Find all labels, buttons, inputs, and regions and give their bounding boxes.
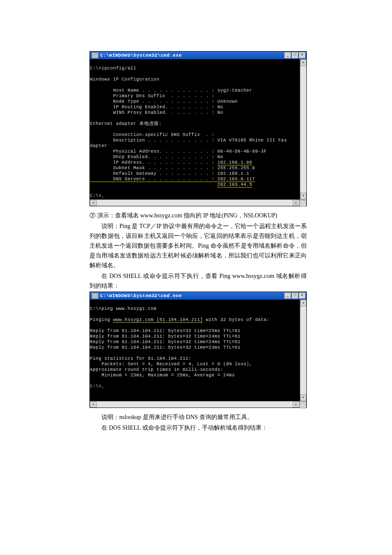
- cmd-line: Pinging www.hssygz.com [61.184.104.211] …: [90, 317, 270, 323]
- paragraph: 说明：Ping 是 TCP／IP 协议中最有用的命令之一，它给一个远程主机发送一…: [89, 221, 307, 270]
- vertical-scrollbar[interactable]: ▴ ▾: [300, 59, 306, 199]
- cmd-line: DNS Servers . . . . . . . . . . . : 202.…: [90, 176, 255, 182]
- maximize-button[interactable]: □: [291, 292, 298, 299]
- cmd-titlebar: C:\WINDOWS\System32\cmd.exe _ □ ×: [90, 52, 306, 59]
- window-controls: _ □ ×: [284, 292, 306, 299]
- cmd-line: Host Name . . . . . . . . . . . . : sygz…: [90, 88, 252, 93]
- cmd-line: Reply from 61.184.104.211: bytes=32 time…: [90, 328, 241, 333]
- cmd-line: dapter: [90, 143, 107, 148]
- cmd-line: Packets: Sent = 4, Received = 4, Lost = …: [90, 361, 252, 367]
- cmd-line: C:\>_: [90, 384, 104, 389]
- cmd-line: Ethernet adapter 本地连接:: [90, 121, 161, 126]
- cmd-titlebar: C:\WINDOWS\System32\cmd.exe _ □ ×: [90, 292, 306, 300]
- cmd-line: Physical Address. . . . . . . . . : 00-4…: [90, 149, 267, 154]
- cmd-line: Node Type . . . . . . . . . . . . : Unkn…: [90, 99, 238, 104]
- close-button[interactable]: ×: [299, 52, 306, 58]
- document-page: C:\WINDOWS\System32\cmd.exe _ □ × C:\>ip…: [0, 0, 392, 459]
- ping-host-highlight: www.hssygz.com [61.184.104.211]: [113, 317, 203, 323]
- scroll-down-button[interactable]: ▾: [300, 394, 306, 401]
- cmd-line: Reply from 61.184.104.211: bytes=32 time…: [90, 334, 241, 339]
- cmd-line: Windows IP Configuration: [90, 77, 159, 82]
- cmd-icon: [92, 293, 98, 299]
- cmd-title: C:\WINDOWS\System32\cmd.exe: [100, 53, 182, 58]
- paragraph: 在 DOS SHELL 或命令提示符下执行，手动解析域名得到结果：: [89, 423, 307, 433]
- cmd-window-ping: C:\WINDOWS\System32\cmd.exe _ □ × C:\>pi…: [89, 292, 307, 408]
- cmd-line: Approximate round trip times in milli-se…: [90, 367, 223, 372]
- cmd-title: C:\WINDOWS\System32\cmd.exe: [100, 293, 182, 298]
- minimize-button[interactable]: _: [284, 52, 291, 58]
- cmd-line: C:\>ipconfig/all: [90, 66, 136, 71]
- maximize-button[interactable]: □: [291, 52, 298, 58]
- cmd-line: Connection-specific DNS Suffix . :: [90, 132, 214, 137]
- scroll-left-button[interactable]: ◂: [90, 402, 97, 408]
- scroll-up-button[interactable]: ▴: [300, 300, 306, 306]
- cmd-line: Primary Dns Suffix . . . . . . . :: [90, 93, 214, 98]
- cmd-line: Dhcp Enabled. . . . . . . . . . . : No: [90, 154, 223, 159]
- scroll-right-button[interactable]: ▸: [293, 402, 300, 408]
- scroll-right-button[interactable]: ▸: [293, 200, 300, 206]
- close-button[interactable]: ×: [299, 292, 306, 299]
- cmd-output: C:\>ping www.hssygz.com Pinging www.hssy…: [90, 300, 300, 401]
- cmd-line: IP Routing Enabled. . . . . . . . : No: [90, 104, 223, 110]
- scroll-left-button[interactable]: ◂: [90, 200, 97, 206]
- cmd-line: Reply from 61.184.104.211: bytes=32 time…: [90, 345, 241, 350]
- horizontal-scrollbar[interactable]: ◂ ▸: [90, 199, 306, 206]
- cmd-line: C:\>ping www.hssygz.com: [90, 306, 156, 311]
- vertical-scrollbar[interactable]: ▴ ▾: [300, 300, 306, 401]
- cmd-line: Minimum = 23ms, Maximum = 25ms, Average …: [90, 373, 235, 378]
- cmd-line: Reply from 61.184.104.211: bytes=32 time…: [90, 339, 241, 344]
- dns1-highlight: 202.103.0.117: [217, 176, 255, 182]
- dns2-highlight: 202.103.44.5: [217, 182, 252, 188]
- resize-grip[interactable]: [300, 402, 306, 408]
- cmd-line: IP Address. . . . . . . . . . . . : 192.…: [90, 160, 252, 165]
- ip-address-highlight: 192.168.1.88: [217, 160, 252, 165]
- minimize-button[interactable]: _: [284, 292, 291, 299]
- window-controls: _ □ ×: [284, 52, 306, 58]
- paragraph: ⑦ 演示：查看域名 www.hssygz.com 指向的 IP 地址(PING，…: [89, 211, 307, 220]
- cmd-line: 202.103.44.5: [90, 182, 252, 188]
- cmd-icon: [92, 52, 98, 58]
- paragraph: 说明：nslookup 是用来进行手动 DNS 查询的最常用工具。: [89, 412, 307, 422]
- resize-grip[interactable]: [300, 200, 306, 207]
- cmd-line: WINS Proxy Enabled. . . . . . . . : No: [90, 110, 223, 115]
- paragraph: 在 DOS SHELL 或命令提示符下执行，查看 Ping www.hssygz…: [89, 271, 307, 291]
- cmd-line: Description . . . . . . . . . . . : VIA …: [90, 138, 287, 143]
- cmd-line: Ping statistics for 61.184.104.211:: [90, 356, 191, 361]
- scroll-down-button[interactable]: ▾: [300, 193, 306, 199]
- cmd-line: C:\>_: [90, 193, 104, 198]
- cmd-line: Default Gateway . . . . . . . . . : 192.…: [90, 171, 249, 176]
- scroll-up-button[interactable]: ▴: [300, 59, 306, 66]
- cmd-line: Subnet Mask . . . . . . . . . . . : 255.…: [90, 165, 255, 171]
- cmd-window-ipconfig: C:\WINDOWS\System32\cmd.exe _ □ × C:\>ip…: [89, 51, 307, 206]
- horizontal-scrollbar[interactable]: ◂ ▸: [90, 401, 306, 408]
- cmd-output: C:\>ipconfig/all Windows IP Configuratio…: [90, 59, 300, 199]
